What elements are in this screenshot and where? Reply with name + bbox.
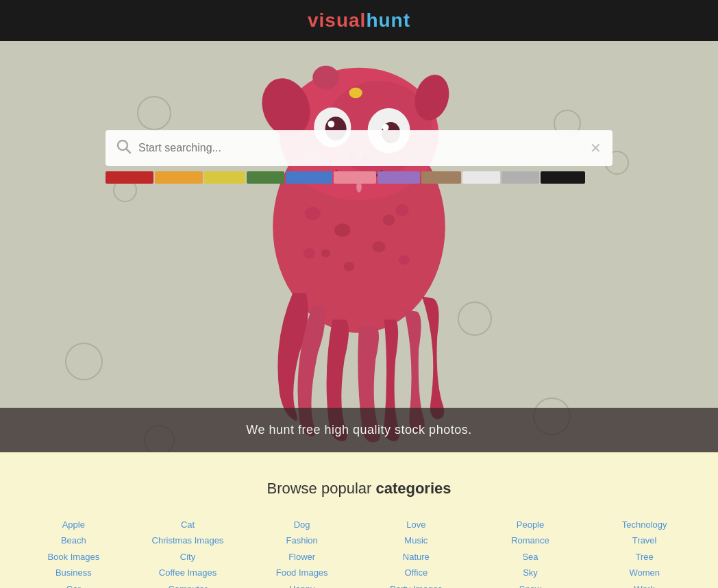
search-bar: ✕	[106, 130, 612, 166]
category-link[interactable]: Travel	[632, 535, 657, 546]
svg-point-26	[395, 204, 408, 216]
category-link[interactable]: Snow	[519, 584, 542, 588]
category-link[interactable]: Music	[404, 535, 428, 546]
svg-point-27	[304, 248, 315, 258]
category-link[interactable]: Apple	[62, 519, 85, 530]
hero-section: ✕ We hunt free high quality stock photos…	[0, 41, 718, 452]
category-link[interactable]: Cat	[181, 519, 195, 530]
bg-circle-1	[137, 96, 171, 130]
search-clear-icon[interactable]: ✕	[590, 140, 602, 156]
search-input[interactable]	[138, 142, 590, 154]
blue-swatch[interactable]	[286, 171, 332, 184]
category-column-0: AppleBeachBook ImagesBusinessCar	[16, 517, 131, 588]
svg-point-22	[344, 262, 354, 271]
svg-point-24	[383, 215, 395, 225]
svg-point-25	[305, 207, 321, 220]
search-icon	[116, 139, 132, 158]
category-link[interactable]: Christmas Images	[152, 535, 224, 546]
category-link[interactable]: Sky	[523, 567, 538, 578]
hero-tagline: We hunt free high quality stock photos.	[246, 423, 471, 437]
logo-visual-text: visual	[308, 10, 366, 31]
green-swatch[interactable]	[247, 171, 284, 184]
category-link[interactable]: Beach	[61, 535, 86, 546]
category-link[interactable]: Flower	[288, 552, 315, 562]
search-area: ✕	[106, 130, 612, 184]
category-link[interactable]: Women	[629, 567, 660, 578]
category-link[interactable]: Food Images	[276, 567, 328, 578]
color-swatches	[106, 171, 612, 184]
category-link[interactable]: Fashion	[286, 535, 318, 546]
category-link[interactable]: Party Images	[390, 584, 443, 588]
category-link[interactable]: Business	[55, 567, 92, 578]
orange-swatch[interactable]	[155, 171, 203, 184]
browse-section: Browse popular categories AppleBeachBook…	[0, 452, 718, 588]
logo-hunt-text: hunt	[366, 10, 410, 31]
svg-point-21	[372, 241, 385, 252]
category-link[interactable]: Book Images	[47, 552, 99, 562]
category-link[interactable]: Office	[404, 567, 428, 578]
category-column-4: PeopleRomanceSeaSkySnow	[473, 517, 588, 588]
red-swatch[interactable]	[106, 171, 153, 184]
yellow-swatch[interactable]	[204, 171, 245, 184]
svg-point-6	[349, 88, 362, 98]
category-link[interactable]: Dog	[294, 519, 310, 530]
svg-point-9	[328, 121, 335, 127]
category-link[interactable]: People	[517, 519, 544, 530]
svg-point-20	[334, 223, 350, 236]
bg-circle-3	[65, 343, 103, 380]
category-link[interactable]: Nature	[403, 552, 430, 562]
category-column-3: LoveMusicNatureOfficeParty Images	[359, 517, 473, 588]
categories-grid: AppleBeachBook ImagesBusinessCarCatChris…	[16, 517, 702, 588]
svg-point-23	[321, 249, 331, 258]
category-link[interactable]: Computer	[168, 584, 207, 588]
monster-illustration	[215, 41, 503, 452]
browse-title-regular: Browse popular	[267, 480, 375, 497]
category-link[interactable]: Happy	[289, 584, 315, 588]
svg-point-28	[399, 256, 409, 265]
pink-swatch[interactable]	[334, 171, 376, 184]
gray-swatch[interactable]	[502, 171, 539, 184]
category-column-2: DogFashionFlowerFood ImagesHappy	[245, 517, 359, 588]
browse-title: Browse popular categories	[14, 480, 704, 498]
hero-footer: We hunt free high quality stock photos.	[0, 408, 718, 452]
browse-title-bold: categories	[375, 480, 451, 497]
brown-swatch[interactable]	[421, 171, 461, 184]
svg-line-32	[127, 149, 131, 153]
category-link[interactable]: Work	[634, 584, 655, 588]
category-link[interactable]: Technology	[622, 519, 667, 530]
site-logo[interactable]: visualhunt	[308, 10, 410, 32]
category-column-5: TechnologyTravelTreeWomenWork	[587, 517, 702, 588]
site-header: visualhunt	[0, 0, 718, 41]
category-link[interactable]: Sea	[522, 552, 538, 562]
category-link[interactable]: Car	[66, 584, 81, 588]
category-link[interactable]: Tree	[636, 552, 654, 562]
svg-point-5	[312, 66, 339, 90]
category-link[interactable]: City	[180, 552, 195, 562]
category-column-1: CatChristmas ImagesCityCoffee ImagesComp…	[131, 517, 245, 588]
category-link[interactable]: Romance	[511, 535, 549, 546]
category-link[interactable]: Coffee Images	[159, 567, 216, 578]
category-link[interactable]: Love	[406, 519, 425, 530]
black-swatch[interactable]	[541, 171, 585, 184]
purple-swatch[interactable]	[377, 171, 420, 184]
white-swatch[interactable]	[462, 171, 500, 184]
